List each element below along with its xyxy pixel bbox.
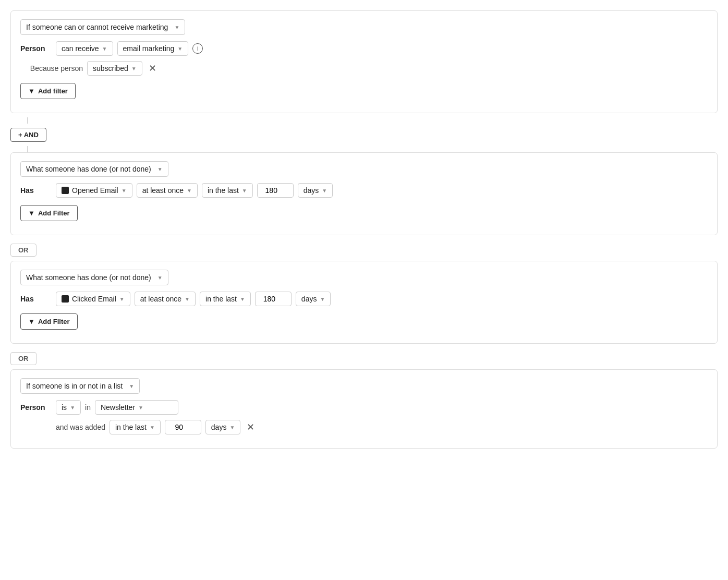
block1-person-label: Person [20,44,52,53]
block3-frequency-dropdown[interactable]: at least once ▼ [135,292,196,306]
block3-time-unit-chevron-icon: ▼ [320,296,325,302]
block1-type-chevron-icon: ▼ [174,25,179,30]
block4-time-value-input[interactable] [165,420,201,434]
or-connector-1-label: OR [18,246,29,254]
and-button-label: + AND [18,131,39,139]
block4-time-qualifier-value: in the last [115,423,147,431]
block1-can-receive-dropdown[interactable]: can receive ▼ [56,41,113,56]
block4-list-dropdown[interactable]: Newsletter ▼ [95,400,178,415]
block4-type-label: If someone is in or not in a list [26,382,123,390]
block4-type-dropdown[interactable]: If someone is in or not in a list ▼ [20,378,140,394]
block3-type-label: What someone has done (or not done) [26,273,151,282]
block3-time-qualifier-value: in the last [205,295,237,303]
block2-time-value-input[interactable] [257,183,294,198]
block3-add-filter-button[interactable]: ▼ Add Filter [20,313,78,330]
block1-person-row: Person can receive ▼ email marketing ▼ i [20,41,708,56]
block4-list-value: Newsletter [101,403,135,412]
v-line-1 [27,117,28,124]
condition-block-3: What someone has done (or not done) ▼ Ha… [10,261,718,344]
block3-event-icon [62,295,69,303]
block2-header: What someone has done (or not done) ▼ [20,161,708,177]
or-connector-1-wrapper: OR [10,239,718,261]
block2-event-icon [62,187,69,194]
block1-because-dropdown[interactable]: subscribed ▼ [87,61,142,76]
block1-because-value: subscribed [93,64,128,72]
block2-time-qualifier-value: in the last [208,186,239,195]
block2-add-filter-row: ▼ Add Filter [20,203,708,221]
block3-has-row: Has Clicked Email ▼ at least once ▼ in t… [20,292,708,306]
block4-person-label: Person [20,403,52,412]
and-button[interactable]: + AND [10,128,46,142]
v-line-2 [27,146,28,152]
block4-time-unit-chevron-icon: ▼ [229,425,235,430]
block2-time-unit-dropdown[interactable]: days ▼ [298,183,333,198]
block3-event-dropdown[interactable]: Clicked Email ▼ [56,292,130,306]
block2-frequency-value: at least once [142,186,184,195]
block4-time-unit-dropdown[interactable]: days ▼ [205,420,240,434]
block2-has-row: Has Opened Email ▼ at least once ▼ in th… [20,183,708,198]
or-connector-2-label: OR [18,355,29,362]
block1-because-row: Because person subscribed ▼ ✕ [20,61,708,76]
block3-type-dropdown[interactable]: What someone has done (or not done) ▼ [20,270,168,285]
block3-time-qualifier-dropdown[interactable]: in the last ▼ [200,292,251,306]
block4-remove-was-added-button[interactable]: ✕ [245,421,257,433]
block1-add-filter-button[interactable]: ▼ Add filter [20,83,76,99]
block2-time-unit-value: days [304,186,319,195]
block1-because-chevron-icon: ▼ [131,66,137,71]
block1-marketing-type-value: email marketing [123,44,175,53]
marketing-info-icon[interactable]: i [192,43,203,54]
block4-time-qualifier-chevron-icon: ▼ [150,425,155,430]
block3-time-unit-value: days [301,295,317,303]
block4-is-chevron-icon: ▼ [70,405,75,410]
block1-marketing-type-chevron-icon: ▼ [177,46,183,52]
block4-is-dropdown[interactable]: is ▼ [56,400,81,415]
block1-add-filter-label: Add filter [38,87,68,95]
condition-block-2: What someone has done (or not done) ▼ Ha… [10,152,718,235]
block1-marketing-type-dropdown[interactable]: email marketing ▼ [117,41,189,56]
block2-type-label: What someone has done (or not done) [26,165,151,173]
block3-frequency-value: at least once [140,295,181,303]
or-connector-2: OR [10,352,37,365]
block4-was-added-label: and was added [56,423,105,431]
filter-icon: ▼ [28,87,35,95]
block2-frequency-chevron-icon: ▼ [187,188,192,194]
block3-event-chevron-icon: ▼ [119,296,125,302]
block3-frequency-chevron-icon: ▼ [185,296,190,302]
and-button-wrapper: + AND [10,124,718,146]
block1-type-dropdown[interactable]: If someone can or cannot receive marketi… [20,19,185,35]
block3-time-unit-dropdown[interactable]: days ▼ [296,292,331,306]
block2-type-chevron-icon: ▼ [157,166,163,172]
block2-frequency-dropdown[interactable]: at least once ▼ [137,183,198,198]
block4-is-value: is [62,403,67,412]
block2-type-dropdown[interactable]: What someone has done (or not done) ▼ [20,161,168,177]
block4-header: If someone is in or not in a list ▼ [20,378,708,394]
block3-time-value-input[interactable] [255,292,292,306]
condition-block-1: If someone can or cannot receive marketi… [10,10,718,113]
block2-has-label: Has [20,186,52,195]
block4-person-row: Person is ▼ in Newsletter ▼ [20,400,708,415]
block3-event-value: Clicked Email [72,295,116,303]
filter-icon-2: ▼ [28,209,35,217]
block4-time-qualifier-dropdown[interactable]: in the last ▼ [110,420,161,434]
block4-in-label: in [85,403,91,412]
block1-remove-because-button[interactable]: ✕ [147,63,159,74]
block2-time-qualifier-dropdown[interactable]: in the last ▼ [202,183,253,198]
block2-event-dropdown[interactable]: Opened Email ▼ [56,183,132,198]
block1-because-label: Because person [20,64,83,72]
or-connector-1: OR [10,244,37,257]
block3-has-label: Has [20,295,52,303]
filter-icon-3: ▼ [28,318,35,325]
block1-can-receive-value: can receive [62,44,99,53]
block1-header: If someone can or cannot receive marketi… [20,19,708,35]
block3-add-filter-row: ▼ Add Filter [20,311,708,330]
block2-time-unit-chevron-icon: ▼ [322,188,327,194]
block1-can-receive-chevron-icon: ▼ [102,46,107,52]
block3-type-chevron-icon: ▼ [157,275,163,281]
block1-add-filter-row: ▼ Add filter [20,81,708,99]
block2-add-filter-button[interactable]: ▼ Add Filter [20,205,78,221]
connector-line-2 [10,146,718,152]
block2-time-qualifier-chevron-icon: ▼ [242,188,247,194]
block2-add-filter-label: Add Filter [38,209,70,217]
block4-time-unit-value: days [211,423,227,431]
block3-time-qualifier-chevron-icon: ▼ [240,296,245,302]
